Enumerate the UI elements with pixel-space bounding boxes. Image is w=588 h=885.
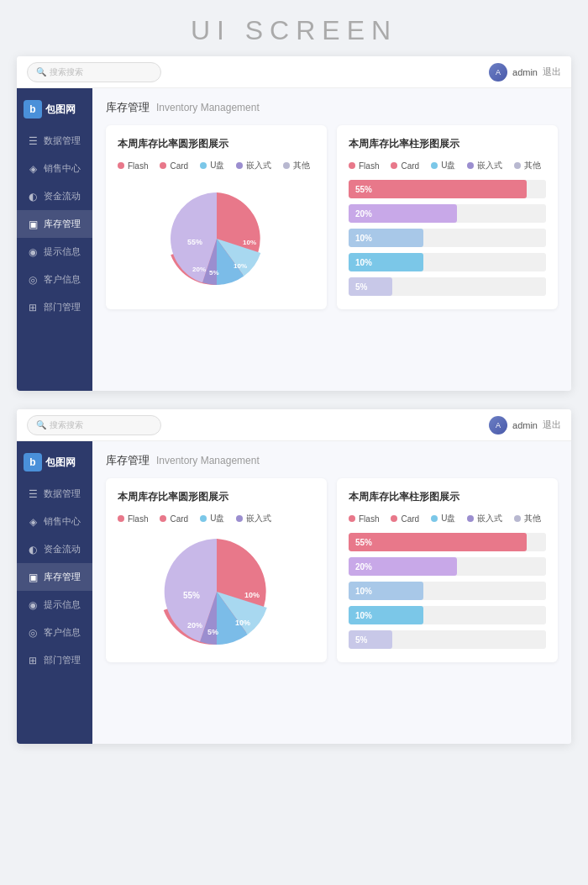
bar-track-2-4: 10% bbox=[349, 606, 546, 624]
svg-text:55%: 55% bbox=[183, 591, 200, 600]
bar-track-2-2: 20% bbox=[349, 557, 546, 576]
notice-label-1: 提示信息 bbox=[44, 245, 81, 258]
dept-label-1: 部门管理 bbox=[44, 301, 81, 313]
bar-label-card-1: Card bbox=[401, 161, 419, 171]
svg-text:20%: 20% bbox=[187, 621, 202, 630]
screen-2: 🔍 搜索搜索 A admin 退出 b 包图网 ☰ 数据管理 ◈ 销售中心 bbox=[17, 409, 571, 744]
bar-label-embedded-1: 嵌入式 bbox=[477, 160, 502, 171]
legend-dot-flash-2 bbox=[118, 515, 124, 522]
bar-track-4: 10% bbox=[349, 253, 546, 271]
pie-card-title-2: 本周库存比率圆形图展示 bbox=[118, 490, 315, 504]
sidebar-item-notice-2[interactable]: ◉ 提示信息 bbox=[17, 591, 92, 619]
bar-legend-card-1: Card bbox=[391, 160, 419, 171]
logo-icon-1: b bbox=[24, 100, 42, 119]
bar-label-flash-1: Flash bbox=[359, 161, 379, 171]
bar-legend-flash-1: Flash bbox=[349, 160, 379, 171]
avatar-1: A bbox=[489, 63, 507, 82]
logout-btn-2[interactable]: 退出 bbox=[543, 419, 561, 431]
pie-legend-1: Flash Card U盘 嵌入式 bbox=[118, 160, 315, 171]
search-placeholder-2: 搜索搜索 bbox=[50, 419, 83, 431]
bar-legend-udisk-1: U盘 bbox=[431, 160, 455, 171]
svg-text:5%: 5% bbox=[209, 269, 219, 277]
avatar-2: A bbox=[489, 416, 507, 435]
legend-dot-card-1 bbox=[160, 162, 166, 169]
search-bar-1[interactable]: 🔍 搜索搜索 bbox=[27, 62, 161, 82]
bar-dot-other-2 bbox=[514, 515, 521, 522]
sidebar-item-dept-1[interactable]: ⊞ 部门管理 bbox=[17, 293, 92, 321]
sidebar-item-finance-2[interactable]: ◐ 资金流动 bbox=[17, 535, 92, 563]
bar-dot-flash-1 bbox=[349, 162, 355, 169]
logout-btn-1[interactable]: 退出 bbox=[543, 66, 561, 78]
sidebar-item-inventory-2[interactable]: ▣ 库存管理 bbox=[17, 563, 92, 591]
svg-text:20%: 20% bbox=[192, 266, 206, 273]
bar-fill-2-5: 5% bbox=[349, 630, 392, 649]
pie-card-title-1: 本周库存比率圆形图展示 bbox=[118, 137, 315, 151]
pie-card-2: 本周库存比率圆形图展示 Flash Card U盘 bbox=[106, 478, 327, 662]
finance-icon-1: ◐ bbox=[27, 191, 39, 203]
sidebar-item-finance-1[interactable]: ◐ 资金流动 bbox=[17, 182, 92, 210]
bar-legend-embedded-2: 嵌入式 bbox=[467, 513, 502, 524]
screen-body-2: b 包图网 ☰ 数据管理 ◈ 销售中心 ◐ 资金流动 ▣ 库存管理 ◉ 提示信息 bbox=[17, 441, 571, 744]
bar-chart-visual-1: 55% 20% 10% bbox=[349, 180, 546, 296]
legend-label-card-2: Card bbox=[170, 514, 188, 524]
sidebar-item-customer-1[interactable]: ◎ 客户信息 bbox=[17, 266, 92, 293]
breadcrumb-main-1: 库存管理 bbox=[106, 100, 150, 115]
bar-card-title-1: 本周库存比率柱形图展示 bbox=[349, 137, 546, 151]
data-mgmt-icon-1: ☰ bbox=[27, 135, 39, 147]
dept-icon-1: ⊞ bbox=[27, 302, 39, 313]
sidebar-item-customer-2[interactable]: ◎ 客户信息 bbox=[17, 619, 92, 646]
bar-row-2-1: 55% bbox=[349, 533, 546, 551]
breadcrumb-sub-2: Inventory Management bbox=[156, 455, 260, 466]
bar-legend-card-2: Card bbox=[391, 513, 419, 524]
sidebar-2: b 包图网 ☰ 数据管理 ◈ 销售中心 ◐ 资金流动 ▣ 库存管理 ◉ 提示信息 bbox=[17, 441, 92, 744]
legend-label-udisk-1: U盘 bbox=[210, 160, 224, 171]
bar-label-other-2: 其他 bbox=[524, 513, 541, 524]
bar-fill-2-1: 55% bbox=[349, 533, 527, 551]
user-info-1: A admin 退出 bbox=[489, 63, 561, 82]
bar-track-2-1: 55% bbox=[349, 533, 546, 551]
inventory-label-1: 库存管理 bbox=[44, 218, 81, 230]
bar-fill-3: 10% bbox=[349, 229, 423, 247]
bar-track-1: 55% bbox=[349, 180, 546, 198]
topbar-1: 🔍 搜索搜索 A admin 退出 bbox=[17, 56, 571, 88]
legend-flash-2: Flash bbox=[118, 513, 148, 524]
search-bar-2[interactable]: 🔍 搜索搜索 bbox=[27, 415, 161, 435]
sales-icon-1: ◈ bbox=[27, 163, 39, 175]
sidebar-item-data-mgmt-1[interactable]: ☰ 数据管理 bbox=[17, 127, 92, 155]
topbar-2: 🔍 搜索搜索 A admin 退出 bbox=[17, 409, 571, 441]
bar-label-other-1: 其他 bbox=[524, 160, 541, 171]
sales-icon-2: ◈ bbox=[27, 516, 39, 528]
data-mgmt-icon-2: ☰ bbox=[27, 488, 39, 500]
screen-body-1: b 包图网 ☰ 数据管理 ◈ 销售中心 ◐ 资金流动 ▣ 库存管理 ◉ 提示信息 bbox=[17, 88, 571, 391]
data-mgmt-label-1: 数据管理 bbox=[44, 134, 81, 147]
sidebar-item-sales-1[interactable]: ◈ 销售中心 bbox=[17, 155, 92, 182]
page-title: UI SCREEN bbox=[191, 0, 397, 56]
main-content-1: 库存管理 Inventory Management 本周库存比率圆形图展示 Fl… bbox=[92, 88, 571, 391]
legend-other-1: 其他 bbox=[283, 160, 310, 171]
legend-flash-1: Flash bbox=[118, 160, 148, 171]
sidebar-item-notice-1[interactable]: ◉ 提示信息 bbox=[17, 238, 92, 266]
finance-label-1: 资金流动 bbox=[44, 190, 81, 203]
bar-fill-2-4: 10% bbox=[349, 606, 423, 624]
sidebar-item-inventory-1[interactable]: ▣ 库存管理 bbox=[17, 210, 92, 238]
bar-legend-embedded-1: 嵌入式 bbox=[467, 160, 502, 171]
sidebar-item-sales-2[interactable]: ◈ 销售中心 bbox=[17, 508, 92, 535]
sidebar-item-dept-2[interactable]: ⊞ 部门管理 bbox=[17, 646, 92, 674]
pie-legend-2: Flash Card U盘 嵌入式 bbox=[118, 513, 315, 524]
username-1: admin bbox=[512, 67, 538, 77]
sidebar-item-data-mgmt-2[interactable]: ☰ 数据管理 bbox=[17, 480, 92, 508]
inventory-label-2: 库存管理 bbox=[44, 571, 81, 583]
bar-chart-visual-2: 55% 20% 10% bbox=[349, 533, 546, 649]
legend-dot-flash-1 bbox=[118, 162, 124, 169]
svg-text:5%: 5% bbox=[207, 628, 218, 636]
bar-dot-flash-2 bbox=[349, 515, 355, 522]
bar-fill-4: 10% bbox=[349, 253, 423, 271]
bar-row-3: 10% bbox=[349, 229, 546, 247]
logo-icon-2: b bbox=[24, 453, 42, 471]
customer-label-2: 客户信息 bbox=[44, 626, 81, 639]
legend-label-flash-2: Flash bbox=[128, 514, 148, 524]
bar-dot-udisk-2 bbox=[431, 515, 438, 522]
legend-udisk-1: U盘 bbox=[200, 160, 224, 171]
notice-icon-1: ◉ bbox=[27, 246, 39, 258]
legend-dot-embedded-1 bbox=[236, 162, 243, 169]
